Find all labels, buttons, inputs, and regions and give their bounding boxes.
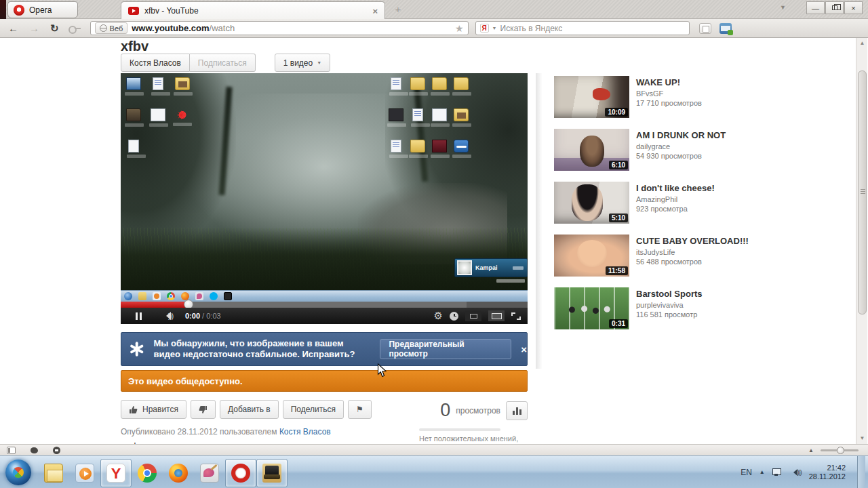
related-video-item[interactable]: 5:10 I don't like cheese! AmazingPhil 92… [554, 182, 846, 224]
videos-dropdown[interactable]: 1 видео ▼ [275, 54, 330, 72]
desktop-icon[interactable] [175, 77, 190, 90]
related-video-channel[interactable]: AmazingPhil [636, 195, 715, 203]
turbo-icon[interactable] [31, 447, 38, 453]
password-wand-icon[interactable] [68, 26, 81, 31]
desktop-icon[interactable] [151, 108, 165, 121]
video-frame[interactable]: Kampai [121, 73, 528, 302]
taskbar-app-button[interactable] [132, 459, 163, 487]
desktop-icon[interactable] [126, 77, 141, 90]
small-player-button[interactable] [465, 310, 481, 321]
bookmark-star-icon[interactable]: ★ [455, 23, 464, 34]
wide-player-button[interactable] [488, 310, 505, 321]
related-video-item[interactable]: 6:10 AM I DRUNK OR NOT dailygrace 54 930… [554, 129, 846, 171]
like-button[interactable]: Нравится [121, 400, 186, 419]
close-button[interactable]: × [844, 1, 863, 14]
desktop-icon[interactable] [391, 77, 401, 90]
related-video-title[interactable]: WAKE UP! [636, 77, 702, 87]
desktop-icon[interactable] [454, 140, 469, 152]
video-thumbnail[interactable]: 11:58 [554, 235, 629, 277]
tab-list-chevron-icon[interactable]: ▼ [780, 4, 786, 11]
start-button[interactable] [5, 460, 31, 485]
show-desktop-button[interactable] [857, 456, 865, 488]
flag-button[interactable]: ⚑ [348, 400, 372, 419]
desktop-icon[interactable] [454, 108, 469, 121]
video-thumbnail[interactable]: 10:09 [554, 76, 629, 118]
new-tab-button[interactable]: + [392, 5, 404, 16]
desktop-icon[interactable] [126, 108, 141, 121]
taskbar-app-button[interactable] [38, 459, 69, 487]
panel-toggle-button[interactable] [7, 447, 16, 454]
related-video-item[interactable]: 0:31 Barstool Sports purplevivaviva 116 … [554, 287, 846, 329]
taskbar-app-button[interactable] [69, 459, 100, 487]
volume-tray-icon[interactable]: ))) [790, 469, 802, 476]
scrollbar-thumb[interactable] [858, 70, 867, 314]
add-to-button[interactable]: Добавить в [220, 400, 279, 419]
statistics-button[interactable] [506, 401, 528, 420]
search-field[interactable]: Я ▼ Искать в Яндекс [475, 21, 690, 35]
desktop-icon[interactable] [175, 108, 190, 121]
volume-button[interactable]: ))) [159, 312, 173, 320]
related-video-channel[interactable]: BFvsGF [636, 89, 702, 98]
related-video-title[interactable]: AM I DRUNK OR NOT [636, 130, 726, 140]
tray-expand-icon[interactable]: ▲ [760, 469, 765, 475]
dislike-button[interactable] [191, 400, 216, 419]
fullscreen-button[interactable] [511, 312, 521, 320]
taskbar-app-button[interactable] [225, 459, 256, 487]
desktop-icon[interactable] [389, 108, 403, 121]
video-thumbnail[interactable]: 6:10 [554, 129, 629, 171]
subscribe-button[interactable]: Подписаться [190, 54, 256, 72]
back-button[interactable]: ← [8, 22, 18, 34]
sync-icon[interactable] [53, 447, 60, 454]
settings-gear-icon[interactable]: ⚙ [434, 310, 443, 322]
taskbar-app-button[interactable] [194, 459, 225, 487]
related-video-channel[interactable]: dailygrace [636, 142, 726, 150]
preview-button[interactable]: Предварительный просмотр [380, 339, 511, 359]
related-video-title[interactable]: CUTE BABY OVERLOAD!!! [636, 236, 749, 246]
taskbar-app-button[interactable] [163, 459, 194, 487]
scroll-up-icon[interactable]: ▲ [856, 38, 868, 49]
zoom-slider-handle[interactable] [837, 447, 844, 454]
reload-button[interactable]: ↻ [50, 22, 59, 35]
desktop-icon[interactable] [412, 108, 423, 121]
author-link[interactable]: Костя Власов [279, 427, 331, 436]
related-video-title[interactable]: Barstool Sports [636, 289, 703, 299]
desktop-icon[interactable] [128, 140, 139, 152]
desktop-icon[interactable] [410, 77, 425, 90]
taskbar-app-button[interactable] [256, 459, 288, 487]
clock[interactable]: 21:42 28.11.2012 [809, 464, 850, 481]
page-scrollbar[interactable]: ▲ ▼ [856, 38, 867, 444]
mail-button[interactable] [719, 23, 732, 34]
forward-button[interactable]: → [29, 22, 39, 34]
zoom-menu-icon[interactable]: ▲ [808, 447, 814, 453]
address-bar[interactable]: Веб www.youtube.com/watch ★ [90, 21, 469, 35]
desktop-icon[interactable] [153, 77, 163, 90]
desktop-icon[interactable] [432, 77, 447, 90]
panel-page-button[interactable] [699, 23, 711, 34]
related-video-channel[interactable]: purplevivaviva [636, 301, 703, 309]
opera-menu-button[interactable]: Opera [7, 1, 78, 18]
browser-tab[interactable]: xfbv - YouTube × [121, 1, 385, 20]
taskbar-app-button[interactable]: Y [100, 459, 132, 487]
share-button[interactable]: Поделиться [283, 400, 344, 419]
related-video-item[interactable]: 11:58 CUTE BABY OVERLOAD!!! itsJudysLife… [554, 235, 846, 277]
zoom-slider[interactable] [821, 449, 859, 451]
tab-close-icon[interactable]: × [372, 6, 378, 16]
security-badge[interactable]: Веб [95, 22, 128, 34]
desktop-icon[interactable] [432, 140, 447, 152]
desktop-icon[interactable] [410, 140, 425, 152]
search-engine-chevron-icon[interactable]: ▼ [492, 26, 497, 30]
pause-button[interactable] [136, 312, 142, 320]
watch-later-icon[interactable] [450, 312, 458, 321]
scroll-down-icon[interactable]: ▼ [856, 433, 868, 444]
related-video-channel[interactable]: itsJudysLife [636, 248, 749, 256]
network-icon[interactable] [772, 468, 783, 476]
video-thumbnail[interactable]: 5:10 [554, 182, 629, 224]
desktop-icon[interactable] [391, 140, 401, 152]
channel-button[interactable]: Костя Власов [121, 54, 190, 72]
related-video-item[interactable]: 10:09 WAKE UP! BFvsGF 17 710 просмотров [554, 76, 846, 118]
seek-bar[interactable] [121, 302, 528, 308]
related-video-title[interactable]: I don't like cheese! [636, 183, 715, 193]
notification-close-icon[interactable]: × [521, 344, 527, 355]
video-player[interactable]: Kampai ))) 0:00 / 0:03 ⚙ [121, 73, 528, 324]
desktop-icon[interactable] [432, 108, 447, 121]
